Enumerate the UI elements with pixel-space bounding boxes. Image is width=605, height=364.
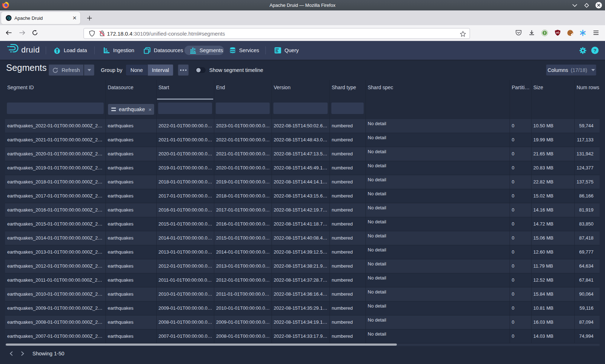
cell-partition: 0 [512, 287, 529, 301]
tag-remove-icon[interactable]: × [148, 107, 152, 112]
table-row: earthquakes_2008-01-01T00:00:00.000Z_2…e… [5, 315, 600, 329]
cell-start: 2010-01-01T00:00:00.0… [158, 287, 212, 301]
cell-datasource: earthquakes [108, 189, 154, 203]
cell-version: 2022-08-15T14:48:43.0… [274, 133, 328, 147]
more-options-button[interactable] [178, 64, 189, 76]
window-close-button[interactable] [595, 2, 602, 9]
cell-shard-type: numbered [332, 329, 364, 343]
table-row: earthquakes_2015-01-01T00:00:00.000Z_2…e… [5, 217, 600, 231]
nav-item-ingestion[interactable]: Ingestion [103, 41, 134, 60]
cell-shard-spec: No detail [368, 329, 508, 343]
group-by-none-button[interactable]: None [126, 64, 148, 76]
cell-datasource: earthquakes [108, 175, 154, 189]
cell-num-rows: 74,994 [577, 329, 593, 343]
group-by-interval-button[interactable]: Interval [148, 64, 173, 76]
cell-size: 11.79 MB [533, 259, 573, 273]
druid-wordmark[interactable]: druid [21, 45, 40, 55]
cell-version: 2022-08-15T14:35:29.1… [274, 301, 328, 315]
bookmark-star-icon[interactable] [459, 30, 467, 38]
column-header-shard-type[interactable]: Shard type [332, 77, 366, 100]
segment-timeline-toggle[interactable] [196, 67, 206, 73]
toggle-knob [196, 68, 201, 72]
cell-segment-id: earthquakes_2013-01-01T00:00:00.000Z_2… [7, 245, 104, 259]
cell-partition: 0 [512, 259, 529, 273]
tab-apache-druid[interactable]: Apache Druid × [1, 12, 80, 24]
window-maximize-button[interactable] [583, 2, 590, 9]
cell-partition: 0 [512, 203, 529, 217]
column-header-size[interactable]: Size [533, 77, 574, 100]
cell-size: 21.65 MB [533, 147, 573, 161]
previous-page-button[interactable] [6, 348, 17, 359]
extension-privacy-icon[interactable] [539, 27, 550, 38]
cell-segment-id: earthquakes_2018-01-01T00:00:00.000Z_2… [7, 175, 104, 189]
window-minimize-button[interactable] [571, 2, 578, 9]
new-tab-button[interactable] [84, 13, 94, 23]
datasource-filter-tag[interactable]: earthquake × [108, 104, 154, 115]
columns-dropdown-button[interactable]: Columns (17/18) [546, 64, 596, 76]
extension-ublock-icon[interactable]: uO [552, 27, 563, 38]
horizontal-scrollbar[interactable] [6, 343, 397, 346]
extension-cookie-icon[interactable] [564, 27, 576, 38]
column-header-start[interactable]: Start [158, 77, 214, 100]
filter-input-shard-type[interactable] [331, 102, 364, 114]
cell-shard-spec: No detail [368, 315, 508, 329]
nav-item-load-data[interactable]: Load data [54, 41, 87, 60]
column-header-end[interactable]: End [216, 77, 272, 100]
cell-num-rows: 124,377 [577, 161, 593, 175]
column-header-partiti-[interactable]: Partiti… [512, 77, 531, 100]
extension-asterisk-icon[interactable] [577, 27, 588, 38]
cell-shard-spec: No detail [368, 259, 508, 273]
column-header-num-rows[interactable]: Num rows [577, 77, 600, 100]
table-row: earthquakes_2012-01-01T00:00:00.000Z_2…e… [5, 259, 600, 273]
menu-hamburger-icon[interactable] [590, 27, 602, 38]
filter-input-version[interactable] [273, 102, 328, 114]
downloads-icon[interactable] [526, 27, 537, 38]
filter-input-end[interactable] [216, 102, 270, 114]
cell-size: 15.84 MB [533, 287, 573, 301]
nav-item-segments[interactable]: Segments [190, 41, 223, 60]
column-header-version[interactable]: Version [274, 77, 330, 100]
column-separator [366, 80, 366, 343]
cell-shard-type: numbered [332, 273, 364, 287]
column-header-segment-id[interactable]: Segment ID [7, 77, 106, 100]
cell-size: 19.99 MB [533, 133, 573, 147]
cell-size: 15.02 MB [533, 189, 573, 203]
refresh-button[interactable]: Refresh [49, 64, 84, 76]
cell-partition: 0 [512, 217, 529, 231]
reload-button[interactable] [29, 27, 41, 38]
cell-partition: 0 [512, 245, 529, 259]
cell-partition: 0 [512, 189, 529, 203]
console-icon [274, 47, 281, 54]
filter-input-segment-id[interactable] [7, 102, 104, 114]
nav-item-services[interactable]: Services [229, 41, 259, 60]
column-header-datasource[interactable]: Datasource [108, 77, 156, 100]
filter-input-start[interactable] [158, 102, 212, 114]
window-title: Apache Druid — Mozilla Firefox [0, 0, 605, 10]
browser-toolbar: 172.18.0.4:30109/unified-console.html#se… [0, 25, 605, 41]
cell-start: 2014-01-01T00:00:00.0… [158, 231, 212, 245]
next-page-button[interactable] [17, 348, 28, 359]
refresh-dropdown-button[interactable] [84, 64, 94, 76]
cell-segment-id: earthquakes_2020-01-01T00:00:00.000Z_2… [7, 147, 104, 161]
shield-permissions-icon[interactable] [89, 30, 95, 37]
url-bar[interactable]: 172.18.0.4:30109/unified-console.html#se… [84, 28, 470, 39]
insecure-lock-icon[interactable] [99, 30, 105, 37]
tab-title: Apache Druid [14, 15, 71, 21]
tab-close-icon[interactable]: × [71, 14, 79, 22]
cell-start: 2020-01-01T00:00:00.0… [158, 147, 212, 161]
column-header-shard-spec[interactable]: Shard spec [368, 77, 510, 100]
cell-shard-type: numbered [332, 231, 364, 245]
help-button[interactable]: ? [590, 41, 600, 60]
cell-end: 2008-01-01T00:00:00.0… [216, 329, 270, 343]
back-button[interactable] [3, 27, 14, 38]
nav-item-datasources[interactable]: Datasources [144, 41, 183, 60]
druid-logo-icon[interactable] [7, 43, 19, 53]
settings-gear-button[interactable] [577, 41, 588, 60]
table-row: earthquakes_2019-01-01T00:00:00.000Z_2…e… [5, 161, 600, 175]
group-by-label: Group by [101, 64, 122, 76]
cell-segment-id: earthquakes_2014-01-01T00:00:00.000Z_2… [7, 231, 104, 245]
forward-button[interactable] [16, 27, 28, 38]
pocket-icon[interactable] [513, 27, 524, 38]
nav-item-query[interactable]: Query [274, 41, 299, 60]
cell-segment-id: earthquakes_2015-01-01T00:00:00.000Z_2… [7, 217, 104, 231]
